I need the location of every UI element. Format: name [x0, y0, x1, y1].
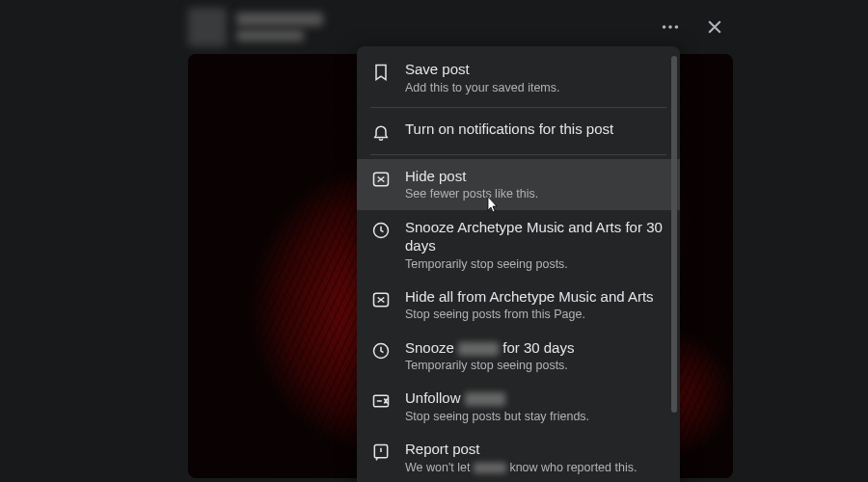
hide-x-icon	[370, 289, 392, 310]
menu-scrollbar[interactable]	[671, 56, 677, 413]
more-options-button[interactable]	[657, 13, 684, 40]
post-meta-redacted	[236, 30, 304, 41]
menu-item-hide-post[interactable]: Hide post See fewer posts like this.	[357, 159, 680, 210]
svg-point-1	[668, 25, 672, 29]
menu-item-sublabel: Add this to your saved items.	[405, 80, 560, 95]
redacted-name	[465, 392, 505, 406]
redacted-name	[458, 342, 499, 356]
menu-item-hide-all[interactable]: Hide all from Archetype Music and Arts S…	[357, 280, 680, 331]
menu-item-label: Unfollow	[405, 388, 589, 408]
label-prefix: Snooze	[405, 339, 458, 356]
menu-divider	[370, 154, 666, 155]
menu-divider	[370, 107, 666, 108]
menu-item-sublabel: Temporarily stop seeing posts.	[405, 256, 666, 272]
menu-item-label: Turn on notifications for this post	[405, 120, 613, 139]
menu-item-report[interactable]: Report post We won't let know who report…	[357, 432, 680, 482]
clock-icon	[370, 340, 392, 362]
ellipsis-icon	[660, 16, 681, 38]
bookmark-icon	[370, 62, 392, 83]
unfollow-icon	[370, 390, 392, 412]
author-name-redacted[interactable]	[236, 13, 323, 26]
menu-item-unfollow[interactable]: Unfollow Stop seeing posts but stay frie…	[357, 381, 680, 432]
post-header-text	[236, 13, 323, 41]
close-button[interactable]	[701, 13, 728, 40]
redacted-name	[474, 463, 506, 473]
svg-point-0	[663, 25, 666, 29]
menu-item-label: Hide all from Archetype Music and Arts	[405, 287, 654, 307]
label-prefix: Unfollow	[405, 389, 465, 406]
label-suffix: for 30 days	[499, 339, 574, 356]
menu-item-save-post[interactable]: Save post Add this to your saved items.	[357, 52, 680, 103]
menu-item-sublabel: Stop seeing posts but stay friends.	[405, 409, 589, 424]
sublabel-prefix: We won't let	[405, 461, 474, 474]
post-options-menu: Save post Add this to your saved items. …	[357, 46, 680, 482]
menu-item-label: Snooze for 30 days	[405, 338, 574, 358]
menu-item-label: Snooze Archetype Music and Arts for 30 d…	[405, 218, 666, 255]
avatar[interactable]	[188, 8, 227, 46]
menu-item-notifications[interactable]: Turn on notifications for this post	[357, 112, 680, 150]
svg-point-2	[675, 25, 679, 29]
sublabel-suffix: know who reported this.	[506, 461, 637, 474]
close-icon	[705, 17, 724, 37]
menu-item-label: Report post	[405, 440, 637, 459]
post-top-actions	[657, 13, 728, 40]
hide-x-icon	[370, 169, 392, 190]
menu-item-sublabel: Stop seeing posts from this Page.	[405, 307, 654, 322]
menu-item-label: Hide post	[405, 167, 538, 186]
menu-item-sublabel: Temporarily stop seeing posts.	[405, 358, 574, 373]
menu-item-sublabel: See fewer posts like this.	[405, 186, 538, 201]
menu-item-label: Save post	[405, 60, 560, 79]
report-icon	[370, 442, 392, 463]
menu-item-sublabel: We won't let know who reported this.	[405, 460, 637, 475]
menu-item-snooze-user[interactable]: Snooze for 30 days Temporarily stop seei…	[357, 331, 680, 382]
menu-item-snooze-page[interactable]: Snooze Archetype Music and Arts for 30 d…	[357, 210, 680, 280]
bell-icon	[370, 121, 392, 143]
clock-icon	[370, 220, 392, 241]
